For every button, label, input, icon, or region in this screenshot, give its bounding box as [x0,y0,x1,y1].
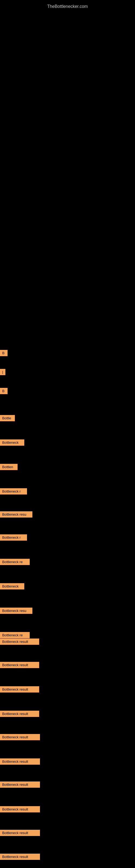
bottleneck-result-item: Bottleneck r [0,534,27,540]
bottleneck-result-item: Bottle [0,415,15,421]
bottleneck-result-item: Bottleneck result [0,711,39,717]
bottleneck-result-item: Bottleneck re [0,632,30,638]
bottleneck-result-item: Bottleneck result [0,734,40,740]
bottleneck-result-item: Bottleneck re [0,559,30,565]
bottleneck-result-item: | [0,369,5,375]
bottleneck-result-item: Bottleneck result [0,639,39,645]
bottleneck-result-item: Bottleneck result [0,830,40,836]
bottleneck-result-item: B [0,388,8,394]
bottleneck-result-item: Bottleneck result [0,806,40,812]
site-title: TheBottlenecker.com [0,1,135,12]
bottleneck-result-item: Bottlen [0,464,17,470]
bottleneck-result-item: Bottleneck [0,439,24,446]
bottleneck-result-item: Bottleneck result [0,758,40,765]
bottleneck-result-item: Bottleneck resu [0,608,32,614]
bottleneck-result-item: Bottleneck [0,583,24,589]
bottleneck-result-item: Bottleneck result [0,854,40,860]
bottleneck-result-item: Bottleneck result [0,662,39,668]
bottleneck-result-item: Bottleneck result [0,781,40,788]
bottleneck-result-item: Bottleneck resu [0,511,32,518]
bottleneck-result-item: B [0,350,8,356]
bottleneck-result-item: Bottleneck r [0,488,27,495]
bottleneck-result-item: Bottleneck result [0,686,39,692]
